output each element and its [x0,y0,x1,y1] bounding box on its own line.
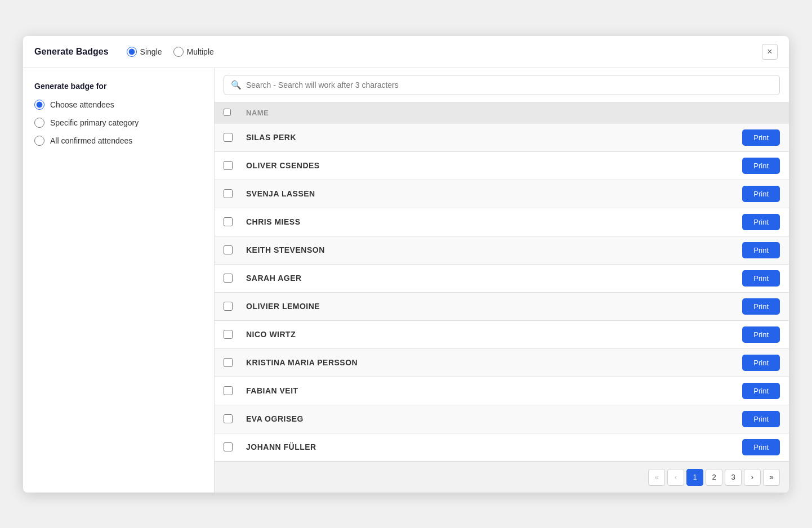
row-action-11: Print [712,439,780,455]
row-checkbox-2[interactable] [224,189,233,198]
print-button-11[interactable]: Print [742,439,780,455]
row-checkbox-col [224,133,246,142]
table-row: Silas Perk Print [215,124,789,152]
table-row: Keith Stevenson Print [215,236,789,265]
table-row: Fabian Veit Print [215,377,789,405]
row-action-6: Print [712,298,780,315]
row-action-1: Print [712,158,780,174]
option-choose-attendees-label: Choose attendees [50,100,114,109]
row-checkbox-6[interactable] [224,302,233,311]
print-button-0[interactable]: Print [742,129,780,146]
row-checkbox-col [224,245,246,254]
pagination-first[interactable]: « [648,469,665,486]
search-input[interactable] [246,80,773,90]
option-specific-primary-category-radio[interactable] [34,118,44,128]
row-checkbox-1[interactable] [224,161,233,170]
table-row: Kristina Maria Persson Print [215,349,789,377]
row-checkbox-11[interactable] [224,442,233,451]
modal-container: Generate Badges Single Multiple × Genera… [23,36,789,493]
pagination-page-2[interactable]: 2 [706,469,722,486]
table-rows: Silas Perk Print Oliver Csendes Print Sv… [215,124,789,462]
search-bar: 🔍 [215,68,789,102]
row-checkbox-4[interactable] [224,245,233,254]
print-button-7[interactable]: Print [742,326,780,343]
option-choose-attendees[interactable]: Choose attendees [34,100,203,110]
print-button-6[interactable]: Print [742,298,780,315]
modal-title: Generate Badges [34,47,109,57]
row-checkbox-8[interactable] [224,358,233,367]
mode-single-option[interactable]: Single [127,47,162,57]
print-button-3[interactable]: Print [742,214,780,230]
table-row: Sarah Ager Print [215,265,789,293]
row-action-10: Print [712,411,780,427]
option-all-confirmed-attendees-label: All confirmed attendees [50,136,132,145]
header-name-col: Name [246,109,712,117]
pagination-page-1[interactable]: 1 [686,469,703,486]
row-checkbox-3[interactable] [224,217,233,226]
row-checkbox-9[interactable] [224,386,233,395]
mode-multiple-radio[interactable] [173,47,184,57]
option-all-confirmed-attendees-radio[interactable] [34,136,44,146]
print-button-1[interactable]: Print [742,158,780,174]
table-row: Olivier Lemoine Print [215,293,789,321]
modal-header: Generate Badges Single Multiple × [23,36,789,68]
select-all-checkbox[interactable] [224,109,231,116]
row-name-9: Fabian Veit [246,386,712,395]
print-button-8[interactable]: Print [742,355,780,371]
search-icon: 🔍 [231,80,242,90]
mode-radio-group: Single Multiple [127,47,214,57]
row-checkbox-7[interactable] [224,330,233,339]
table-row: Nico Wirtz Print [215,321,789,349]
option-specific-primary-category-label: Specific primary category [50,118,139,127]
row-name-5: Sarah Ager [246,274,712,283]
search-input-wrapper: 🔍 [224,75,780,95]
row-checkbox-10[interactable] [224,414,233,423]
row-name-7: Nico Wirtz [246,330,712,339]
row-name-4: Keith Stevenson [246,245,712,254]
print-button-5[interactable]: Print [742,270,780,287]
option-all-confirmed-attendees[interactable]: All confirmed attendees [34,136,203,146]
row-action-2: Print [712,186,780,202]
main-content: 🔍 Name Silas Perk [215,68,789,493]
row-action-0: Print [712,129,780,146]
row-name-10: Eva Ogriseg [246,414,712,423]
print-button-2[interactable]: Print [742,186,780,202]
table-row: Chris Miess Print [215,208,789,236]
close-button[interactable]: × [762,44,778,60]
row-action-4: Print [712,242,780,258]
row-name-1: Oliver Csendes [246,161,712,170]
row-checkbox-col [224,217,246,226]
table-row: Oliver Csendes Print [215,152,789,180]
table-row: Eva Ogriseg Print [215,405,789,433]
row-name-2: Svenja Lassen [246,189,712,198]
row-checkbox-col [224,302,246,311]
row-checkbox-col [224,274,246,283]
pagination-prev[interactable]: ‹ [667,469,684,486]
row-checkbox-col [224,414,246,423]
pagination-page-3[interactable]: 3 [725,469,742,486]
row-checkbox-col [224,442,246,451]
mode-multiple-option[interactable]: Multiple [173,47,214,57]
attendee-table: Name Silas Perk Print Oliver Csendes Pri… [215,102,789,462]
row-action-5: Print [712,270,780,287]
modal-body: Generate badge for Choose attendees Spec… [23,68,789,493]
pagination-last[interactable]: » [763,469,780,486]
print-button-4[interactable]: Print [742,242,780,258]
print-button-9[interactable]: Print [742,383,780,399]
table-row: Johann Füller Print [215,433,789,462]
row-name-0: Silas Perk [246,133,712,142]
pagination-next[interactable]: › [744,469,761,486]
print-button-10[interactable]: Print [742,411,780,427]
sidebar-title: Generate badge for [34,82,203,91]
option-choose-attendees-radio[interactable] [34,100,44,110]
row-checkbox-0[interactable] [224,133,233,142]
row-action-9: Print [712,383,780,399]
sidebar-radio-group: Choose attendees Specific primary catego… [34,100,203,146]
row-checkbox-5[interactable] [224,274,233,283]
header-checkbox-col [224,108,246,118]
mode-single-label: Single [140,47,162,56]
mode-single-radio[interactable] [127,47,137,57]
mode-multiple-label: Multiple [187,47,214,56]
option-specific-primary-category[interactable]: Specific primary category [34,118,203,128]
row-action-7: Print [712,326,780,343]
